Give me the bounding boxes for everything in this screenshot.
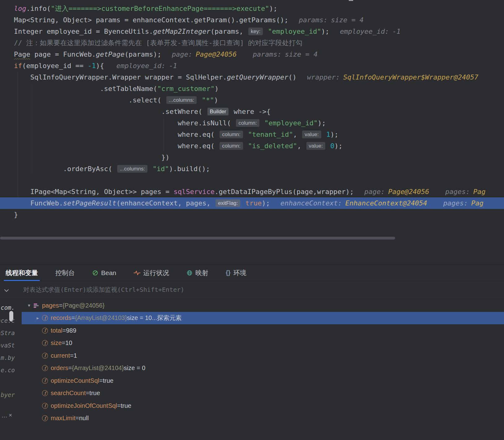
debugger-hint-label[interactable]: wrapper: — [307, 73, 340, 81]
debugger-hint-value[interactable]: Page@24056 — [196, 50, 237, 58]
debugger-hint-value[interactable]: EnhanceContext@24054 — [345, 199, 427, 207]
debugger-hint-label[interactable]: page: — [364, 188, 385, 196]
code-line[interactable]: } — [0, 209, 504, 220]
debugger-hint-label[interactable]: pages: — [445, 188, 470, 196]
frame-item[interactable]: m.by — [1, 354, 15, 361]
code-line[interactable]: log.info("进入=======>customerBeforeEnhanc… — [0, 3, 504, 14]
code-line[interactable]: IPage<Map<String, Object>> pages = sqlSe… — [0, 186, 504, 197]
tab-label: 环境 — [233, 269, 246, 277]
code-line[interactable]: .orderByAsc( ...columns: "id").build(); — [0, 163, 504, 175]
field-icon: f — [42, 390, 51, 396]
debug-tab-环境[interactable]: {}环境 — [226, 265, 246, 281]
field-icon: f — [42, 328, 51, 334]
code-line[interactable]: Map<String, Object> params = enhanceCont… — [0, 14, 504, 26]
variable-row[interactable]: fsearchCount = true — [22, 387, 504, 400]
code-token: -1 — [88, 62, 96, 70]
variable-row[interactable]: forders = {ArrayList@24104} size = 0 — [22, 362, 504, 375]
inlay-hint-chip[interactable]: value: — [306, 142, 325, 150]
code-line[interactable]: where.eq( column: "is_deleted", value: 0… — [0, 140, 504, 152]
debugger-hint-label[interactable]: pages: — [443, 199, 468, 207]
debug-tab-映射[interactable]: 映射 — [186, 265, 208, 281]
debugger-hint-value[interactable]: -1 — [392, 28, 401, 35]
debugger-hint-label[interactable]: params: — [253, 50, 282, 58]
inlay-hint-chip[interactable]: Builder — [207, 108, 229, 115]
code-line[interactable]: // 注：如果要在这里添加过滤条件需先在 [表单开发-查询属性-接口查询] 的对… — [0, 37, 504, 49]
frames-strip: com.ence.caStraavaStm.bye.co.byer … × — [0, 299, 22, 440]
close-icon[interactable]: × — [9, 412, 12, 419]
code-token: sqlService — [174, 188, 215, 196]
inlay-hint-chip[interactable]: column: — [220, 131, 243, 138]
debugger-hint-label[interactable]: enhanceContext: — [280, 199, 342, 207]
code-token: ) — [214, 96, 218, 104]
inlay-hint-chip[interactable]: ...columns: — [117, 165, 147, 173]
variable-row[interactable]: fsize = 10 — [22, 337, 504, 350]
debugger-hint-label[interactable]: page: — [172, 50, 192, 58]
variable-row[interactable]: ▸frecords = {ArrayList@24103} size = 10.… — [22, 312, 504, 325]
debug-tab-Bean[interactable]: Bean — [92, 265, 116, 281]
inlay-hint-chip[interactable]: value: — [302, 131, 321, 138]
variable-row[interactable]: fcurrent = 1 — [22, 349, 504, 362]
code-token: "*" — [202, 96, 214, 104]
code-token: if — [14, 62, 22, 70]
variable-row[interactable]: ▾pages = {Page@24056} — [22, 299, 504, 312]
debugger-hint-label[interactable]: employee_id: — [116, 62, 165, 70]
evaluate-expression-bar[interactable]: 对表达式求值(Enter)或添加监视(Ctrl+Shift+Enter) — [0, 281, 504, 299]
editor-tab-artifact — [349, 0, 353, 1]
variable-vname: records — [51, 314, 71, 321]
variable-row[interactable]: ftotal = 989 — [22, 324, 504, 337]
code-token: where.isNull( — [14, 119, 235, 127]
debug-tab-控制台[interactable]: 控制台 — [55, 265, 75, 281]
variable-vref: {ArrayList@24103} — [75, 314, 127, 321]
debugger-hint-value[interactable]: Page@24056 — [388, 188, 429, 196]
frame-item[interactable]: ence.c — [0, 317, 15, 324]
inlay-hint-chip[interactable]: exitFlag: — [216, 199, 240, 207]
debugger-hint-value[interactable]: -1 — [169, 62, 177, 70]
code-line[interactable]: where.eq( column: "tenant_id", value: 1)… — [0, 129, 504, 140]
code-line[interactable] — [0, 175, 504, 186]
code-token: "tenant_id" — [248, 131, 293, 138]
code-token — [241, 199, 245, 207]
variable-row[interactable]: foptimizeCountSql = true — [22, 374, 504, 387]
debugger-hint-label[interactable]: params: — [299, 16, 327, 24]
code-line[interactable]: FuncWeb.setPageResult(enhanceContext, pa… — [0, 197, 504, 209]
code-token — [244, 142, 248, 150]
debugger-hint-value[interactable]: size = 4 — [285, 50, 318, 58]
chevron-expanded-icon[interactable]: ▾ — [25, 303, 33, 308]
frame-item[interactable]: .byer — [0, 391, 15, 398]
debugger-hint-value[interactable]: Pag — [473, 188, 486, 196]
code-line[interactable]: .setTableName("crm_customer") — [0, 83, 504, 94]
inlay-hint-chip[interactable]: ...columns: — [166, 96, 197, 104]
frame-item[interactable]: avaSt — [0, 342, 15, 349]
field-icon: f — [42, 315, 48, 321]
variable-row[interactable]: fmaxLimit = null — [22, 412, 504, 425]
debug-tab-线程和变量[interactable]: 线程和变量 — [6, 265, 38, 281]
debugger-hint-value[interactable]: Pag — [471, 199, 484, 207]
code-line[interactable]: }) — [0, 152, 504, 163]
more-icon[interactable]: … — [1, 412, 7, 419]
code-line[interactable]: Integer employee_id = ByenceUtils.getMap… — [0, 26, 504, 37]
inlay-hint-chip[interactable]: column: — [220, 142, 243, 150]
chevron-down-icon[interactable] — [4, 288, 9, 293]
code-line[interactable]: .select( ...columns: "*") — [0, 94, 504, 106]
inlay-hint-chip[interactable]: column: — [236, 119, 259, 127]
variable-row[interactable]: foptimizeJoinOfCountSql = true — [22, 399, 504, 412]
horizontal-scrollbar[interactable] — [0, 237, 395, 239]
debugger-hint-value[interactable]: size = 4 — [331, 16, 364, 24]
group-icon — [33, 303, 42, 308]
code-line[interactable]: .setWhere( Builder where ->{ — [0, 106, 504, 117]
code-line[interactable]: SqlInfoQueryWrapper.Wrapper wrapper = Sq… — [0, 71, 504, 83]
code-line[interactable]: if(employee_id == -1){employee_id:-1 — [0, 60, 504, 71]
evaluate-expression-placeholder[interactable]: 对表达式求值(Enter)或添加监视(Ctrl+Shift+Enter) — [23, 286, 184, 294]
chevron-collapsed-icon[interactable]: ▸ — [33, 315, 42, 321]
code-line[interactable]: where.isNull( column: "employee_id"); — [0, 117, 504, 129]
frame-item[interactable]: aStra — [0, 330, 15, 336]
inlay-hint-chip[interactable]: key: — [248, 28, 263, 35]
code-line[interactable]: Page page = FuncWeb.getPage(params);page… — [0, 49, 504, 60]
debugger-hint-value[interactable]: SqlInfoQueryWrapper$Wrapper@24057 — [343, 73, 478, 81]
variable-vname: optimizeCountSql — [51, 377, 99, 384]
frame-item[interactable]: e.co — [1, 367, 15, 373]
code-editor: log.info("进入=======>customerBeforeEnhanc… — [0, 0, 504, 236]
frame-item[interactable]: com. — [1, 304, 15, 311]
debug-tab-运行状况[interactable]: 运行状况 — [134, 265, 169, 281]
debugger-hint-label[interactable]: employee_id: — [340, 28, 389, 35]
